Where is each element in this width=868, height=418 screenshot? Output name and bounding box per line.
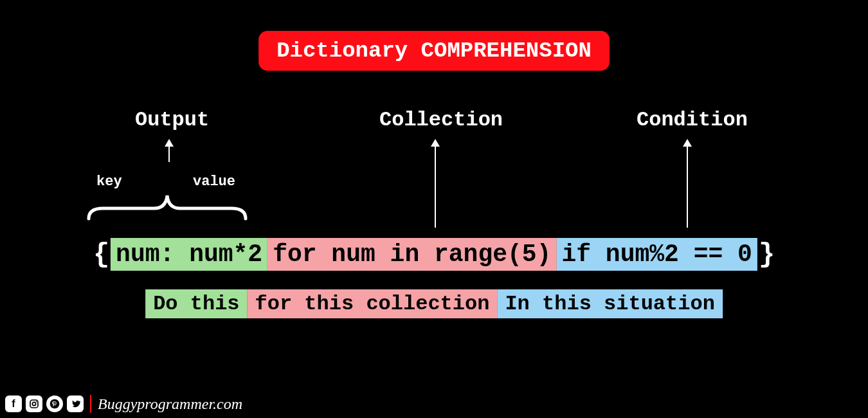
facebook-icon: f	[5, 395, 22, 412]
footer-divider	[90, 395, 91, 413]
label-key: key	[96, 174, 122, 190]
label-collection: Collection	[379, 108, 503, 132]
caption-output: Do this	[145, 289, 247, 318]
close-brace: }	[757, 239, 776, 270]
page-title: Dictionary COMPREHENSION	[258, 31, 610, 71]
twitter-icon	[67, 395, 84, 412]
label-condition: Condition	[637, 108, 748, 132]
arrow-condition-icon	[687, 140, 688, 228]
arrow-collection-icon	[435, 140, 436, 228]
code-expression: { num: num*2 for num in range(5) if num%…	[92, 238, 776, 271]
code-condition-segment: if num%2 == 0	[556, 238, 757, 271]
code-collection-segment: for num in range(5)	[267, 238, 556, 271]
caption-condition: In this situation	[497, 289, 722, 318]
arrow-output-icon	[168, 140, 170, 162]
svg-point-3	[50, 399, 60, 409]
label-value: value	[193, 174, 235, 190]
site-name: Buggyprogrammer.com	[98, 395, 242, 413]
instagram-icon	[26, 395, 42, 412]
code-output-segment: num: num*2	[111, 238, 267, 271]
svg-point-1	[32, 402, 35, 405]
caption-row: Do this for this collection In this situ…	[145, 289, 723, 318]
open-brace: {	[92, 239, 111, 270]
label-output: Output	[135, 108, 209, 132]
svg-point-2	[36, 401, 37, 402]
pinterest-icon	[46, 395, 63, 412]
footer: f Buggyprogrammer.com	[5, 395, 242, 413]
caption-collection: for this collection	[248, 289, 498, 318]
brace-icon	[84, 190, 251, 221]
